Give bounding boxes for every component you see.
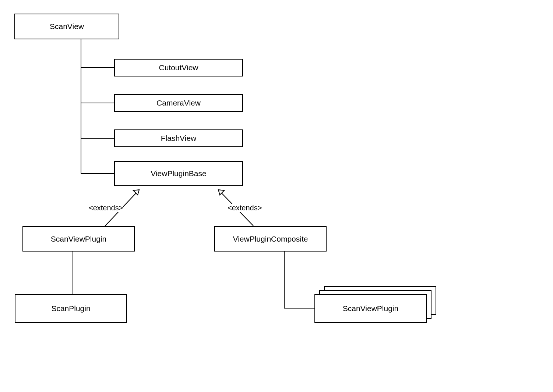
svg-marker-6 [133,190,139,195]
node-scanviewplugin: ScanViewPlugin [22,226,135,252]
node-label: CutoutView [159,63,198,72]
node-label: FlashView [161,134,197,143]
relation-extends-right: <extends> [228,204,262,212]
node-label: ScanPlugin [51,304,90,313]
connectors [0,0,553,392]
node-label: ViewPluginComposite [233,235,308,243]
node-label: ScanViewPlugin [51,235,106,243]
node-label: ViewPluginBase [151,169,206,178]
node-scanplugin: ScanPlugin [15,294,127,323]
node-scanviewplugin-stack-1: ScanViewPlugin [314,294,427,323]
node-label: ScanViewPlugin [343,304,398,313]
node-cameraview: CameraView [114,94,243,112]
node-label: CameraView [156,99,201,107]
node-viewplugincomposite: ViewPluginComposite [214,226,327,252]
uml-diagram: ScanView CutoutView CameraView FlashView… [0,0,553,392]
node-viewpluginbase: ViewPluginBase [114,161,243,186]
node-label: ScanView [50,22,84,31]
relation-extends-left: <extends> [89,204,123,212]
node-cutoutview: CutoutView [114,59,243,76]
node-scanview: ScanView [14,14,119,39]
svg-marker-8 [218,190,224,195]
node-flashview: FlashView [114,129,243,147]
